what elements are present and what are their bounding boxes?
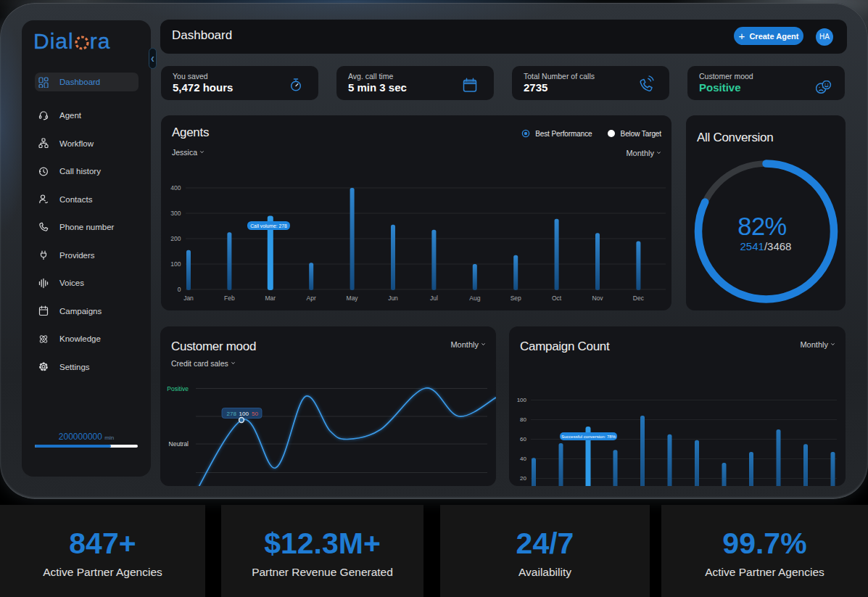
svg-text:300: 300 bbox=[170, 210, 181, 217]
svg-text:Jan: Jan bbox=[183, 295, 194, 302]
svg-text:20: 20 bbox=[520, 475, 526, 482]
svg-text:Nov: Nov bbox=[592, 295, 603, 302]
svg-text:Call volume: 278: Call volume: 278 bbox=[250, 223, 287, 228]
svg-text:0: 0 bbox=[178, 286, 181, 293]
svg-text:Jul: Jul bbox=[430, 295, 438, 302]
svg-text:80: 80 bbox=[520, 416, 526, 423]
svg-text:100: 100 bbox=[517, 397, 527, 403]
svg-text:Sep: Sep bbox=[511, 295, 521, 302]
svg-text:Apr: Apr bbox=[307, 295, 316, 302]
svg-text:Neutral: Neutral bbox=[169, 440, 189, 448]
svg-text:200: 200 bbox=[170, 235, 181, 242]
svg-text:50: 50 bbox=[252, 411, 258, 417]
svg-text:Mar: Mar bbox=[265, 295, 276, 302]
svg-text:278: 278 bbox=[227, 411, 237, 417]
svg-text:100: 100 bbox=[239, 411, 249, 417]
svg-text:400: 400 bbox=[170, 184, 181, 192]
svg-text:Jun: Jun bbox=[388, 295, 398, 302]
svg-text:100: 100 bbox=[170, 260, 181, 268]
svg-text:Dec: Dec bbox=[633, 295, 645, 302]
svg-text:Feb: Feb bbox=[224, 295, 235, 302]
svg-text:Aug: Aug bbox=[469, 295, 480, 302]
svg-text:Positive: Positive bbox=[167, 385, 189, 392]
svg-text:Oct: Oct bbox=[552, 295, 562, 302]
svg-text:40: 40 bbox=[520, 456, 526, 462]
svg-text:Successful conversion: 78%: Successful conversion: 78% bbox=[561, 435, 616, 439]
svg-text:60: 60 bbox=[520, 436, 526, 442]
svg-text:May: May bbox=[347, 295, 359, 302]
